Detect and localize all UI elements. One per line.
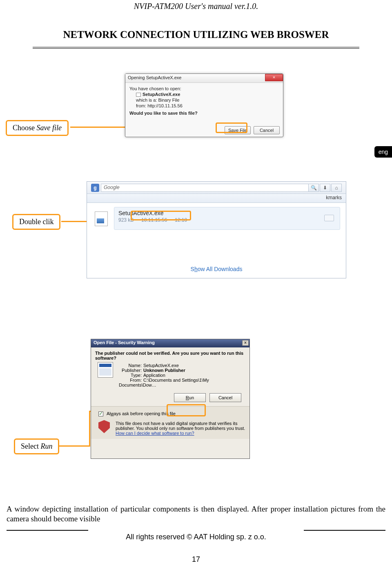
dialog-title: Open File - Security Warning [94, 340, 155, 345]
dialog-title: Opening SetupActiveX.exe [128, 75, 181, 80]
dialog-line: You have chosen to open: [129, 86, 279, 91]
callout-text: Select [21, 442, 40, 450]
dialog-titlebar: Opening SetupActiveX.exe × [125, 74, 283, 83]
file-info: Name:SetupActiveX.exe Publisher:Unknown … [91, 362, 249, 388]
bookmarks-bar: kmarks [87, 194, 346, 203]
always-ask-checkbox[interactable] [98, 412, 103, 416]
highlight-download-name [131, 211, 191, 220]
exe-file-icon [95, 211, 108, 226]
browser-toolbar: g Google 🔍 ⬇ ⌂ [87, 182, 346, 194]
section-divider [33, 47, 359, 49]
body-paragraph: A window depicting installation of parti… [7, 504, 385, 524]
page-number: 17 [0, 555, 392, 564]
callout-italic: Save file [37, 124, 62, 132]
open-folder-icon[interactable] [324, 215, 334, 221]
callout-text: Choose [13, 124, 37, 132]
close-button[interactable]: × [242, 340, 249, 346]
home-icon[interactable]: ⌂ [331, 184, 342, 192]
dialog-filename: SetupActiveX.exe [129, 92, 279, 97]
highlight-save-file [216, 122, 247, 133]
show-all-downloads-link[interactable]: Show All Downloads [87, 266, 346, 272]
cancel-button[interactable]: Cancel [254, 126, 280, 134]
downloads-panel: g Google 🔍 ⬇ ⌂ kmarks SetupActiveX.exe 9… [87, 181, 346, 278]
callout-double-click: Double clik [12, 214, 60, 230]
security-warning-dialog: Open File - Security Warning × The publi… [91, 339, 250, 459]
callout-save-file: Choose Save file [6, 120, 69, 136]
footer-rule [7, 530, 88, 531]
callout-text: Double clik [19, 218, 53, 226]
highlight-run-button [167, 404, 206, 416]
cancel-button[interactable]: Cancel [209, 393, 241, 402]
callout-italic: Run [40, 442, 52, 450]
application-icon [98, 362, 113, 378]
open-file-dialog: Opening SetupActiveX.exe × You have chos… [125, 73, 283, 137]
shield-icon [98, 420, 110, 433]
callout-select-run: Select Run [14, 438, 59, 454]
callout-connector [59, 445, 90, 447]
signature-warning: This file does not have a valid digital … [91, 418, 249, 439]
dialog-from: from: http://10.11.15.56 [129, 103, 279, 108]
dialog-prompt: Would you like to save this file? [129, 111, 279, 116]
run-button[interactable]: Run [174, 393, 206, 402]
footer-text: All rights reserved © AAT Holding sp. z … [0, 533, 392, 541]
button-row: Run Cancel [91, 388, 249, 405]
section-title: NETWORK CONNECTION UTILIZING WEB BROSWER [0, 29, 392, 40]
dialog-which: which is a: Binary File [129, 98, 279, 102]
file-icon [136, 93, 141, 97]
search-input[interactable]: Google [101, 184, 313, 192]
warning-message: The publisher could not be verified. Are… [91, 347, 249, 362]
callout-connector-v [89, 411, 90, 447]
dialog-titlebar: Open File - Security Warning × [91, 339, 249, 347]
close-button[interactable]: × [265, 74, 283, 81]
search-icon[interactable]: 🔍 [308, 184, 319, 192]
doc-header: NVIP-ATM200 User's manual ver.1.0. [0, 0, 392, 11]
help-link[interactable]: How can I decide what software to run? [116, 431, 194, 436]
footer-rule [304, 530, 385, 531]
language-tab: eng [374, 146, 392, 158]
google-logo-icon: g [91, 184, 99, 192]
download-arrow-icon[interactable]: ⬇ [320, 184, 330, 192]
